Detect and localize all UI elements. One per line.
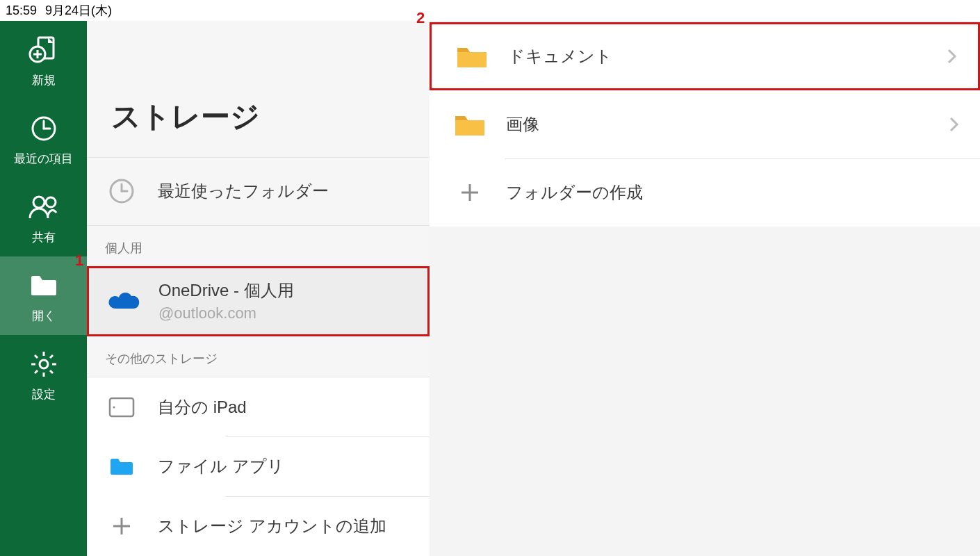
plus-icon: [102, 515, 141, 537]
status-date: 9月24日(木): [45, 2, 112, 19]
svg-line-17: [35, 370, 38, 373]
folder-icon: [450, 111, 489, 138]
app-sidebar: 新規 最近の項目 共有: [0, 21, 87, 556]
storage-item-files-app[interactable]: ファイル アプリ: [87, 436, 430, 496]
status-time: 15:59: [6, 3, 37, 18]
folder-open-icon: [28, 270, 59, 301]
clock-icon: [28, 113, 59, 144]
storage-column: ストレージ 最近使ったフォルダー 個人用 1 OneDrive - 個人用: [87, 21, 430, 556]
people-icon: [28, 192, 59, 222]
plus-icon: [450, 181, 489, 204]
svg-line-16: [50, 355, 53, 358]
new-doc-icon: [28, 35, 59, 65]
storage-title-block: ストレージ: [87, 21, 430, 158]
create-folder-label: フォルダーの作成: [506, 181, 959, 204]
svg-point-9: [40, 360, 48, 368]
folder-documents-label: ドキュメント: [508, 45, 947, 67]
onedrive-title: OneDrive - 個人用: [158, 279, 294, 302]
create-folder-row[interactable]: フォルダーの作成: [430, 158, 980, 227]
chevron-right-icon: [947, 49, 957, 64]
onedrive-personal-row[interactable]: 1 OneDrive - 個人用 @outlook.com: [87, 266, 430, 337]
nav-open[interactable]: 開く: [0, 256, 87, 335]
folder-icon: [452, 42, 491, 70]
divider: [226, 436, 430, 437]
folder-images-label: 画像: [506, 113, 949, 136]
svg-line-14: [35, 355, 38, 358]
nav-settings-label: 設定: [32, 386, 56, 402]
storage-item-ipad-label: 自分の iPad: [158, 396, 247, 418]
nav-recent-label: 最近の項目: [14, 151, 73, 167]
svg-line-15: [50, 370, 53, 373]
annotation-marker-2: 2: [416, 9, 425, 27]
storage-add-account-label: ストレージ アカウントの追加: [158, 515, 386, 537]
nav-new[interactable]: 新規: [0, 21, 87, 99]
recent-folders-row[interactable]: 最近使ったフォルダー: [87, 158, 430, 226]
nav-open-label: 開く: [32, 308, 56, 324]
storage-title: ストレージ: [111, 97, 430, 136]
nav-shared-label: 共有: [32, 229, 56, 245]
clock-outline-icon: [102, 177, 141, 205]
folder-list: 2 ドキュメント: [430, 22, 980, 227]
nav-shared[interactable]: 共有: [0, 178, 87, 256]
files-app-icon: [102, 455, 141, 477]
svg-point-8: [46, 197, 56, 207]
storage-item-ipad[interactable]: 自分の iPad: [87, 377, 430, 436]
gear-icon: [28, 349, 59, 379]
nav-new-label: 新規: [32, 72, 56, 88]
section-other-label: その他のストレージ: [87, 336, 430, 377]
recent-folders-label: 最近使ったフォルダー: [158, 180, 329, 202]
storage-add-account[interactable]: ストレージ アカウントの追加: [87, 496, 430, 556]
detail-column: 2 ドキュメント: [430, 21, 980, 556]
onedrive-email: @outlook.com: [158, 304, 294, 322]
onedrive-texts: OneDrive - 個人用 @outlook.com: [158, 279, 294, 322]
status-bar: 15:59 9月24日(木): [0, 0, 980, 21]
folder-item-images[interactable]: 画像: [430, 90, 980, 158]
folder-item-documents[interactable]: 2 ドキュメント: [430, 22, 980, 90]
divider: [505, 158, 980, 159]
svg-point-7: [33, 197, 44, 208]
section-personal-label: 個人用: [87, 226, 430, 266]
svg-point-22: [113, 406, 115, 408]
nav-recent[interactable]: 最近の項目: [0, 99, 87, 178]
annotation-marker-1: 1: [75, 252, 83, 270]
nav-settings[interactable]: 設定: [0, 335, 87, 414]
divider: [226, 496, 430, 497]
onedrive-icon: [104, 289, 143, 313]
tablet-icon: [102, 396, 141, 418]
chevron-right-icon: [949, 117, 959, 132]
storage-item-files-app-label: ファイル アプリ: [158, 455, 284, 477]
